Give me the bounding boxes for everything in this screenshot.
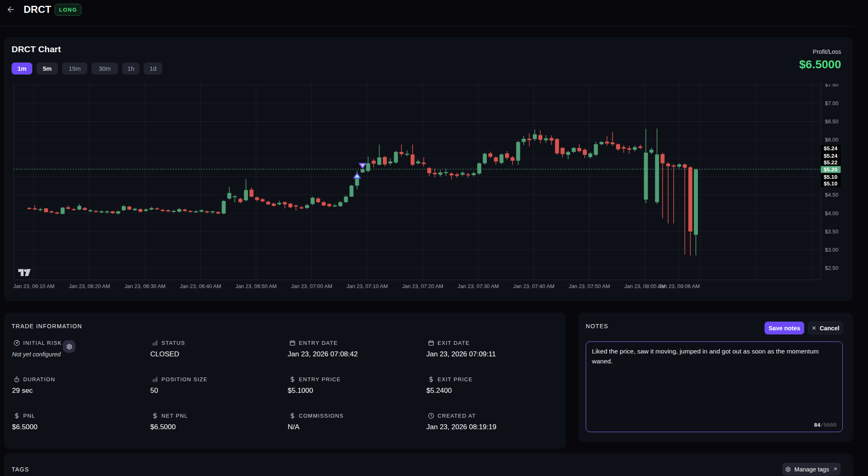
svg-text:Jan 23, 06:10 AM: Jan 23, 06:10 AM [13,283,55,289]
svg-text:$6.50: $6.50 [825,118,839,125]
svg-text:Jan 23, 07:10 AM: Jan 23, 07:10 AM [346,283,388,289]
svg-text:$3.00: $3.00 [825,247,839,253]
svg-text:Jan 23, 07:50 AM: Jan 23, 07:50 AM [569,283,610,289]
svg-text:Jan 23, 06:20 AM: Jan 23, 06:20 AM [69,283,110,289]
svg-text:$5.24: $5.24 [824,153,838,159]
svg-text:$4.00: $4.00 [825,210,839,216]
svg-text:Jan 23, 08:06 AM: Jan 23, 08:06 AM [659,283,700,289]
svg-text:Jan 23, 06:30 AM: Jan 23, 06:30 AM [124,283,166,289]
svg-text:$2.50: $2.50 [825,265,839,271]
svg-text:$4.50: $4.50 [825,192,839,198]
svg-text:$6.00: $6.00 [825,137,839,143]
svg-text:$7.00: $7.00 [825,100,839,106]
svg-text:Jan 23, 06:50 AM: Jan 23, 06:50 AM [236,283,277,289]
svg-text:$5.22: $5.22 [824,159,837,166]
svg-text:$5.10: $5.10 [824,180,837,187]
svg-text:Jan 23, 07:20 AM: Jan 23, 07:20 AM [402,283,443,289]
svg-text:Jan 23, 07:30 AM: Jan 23, 07:30 AM [458,283,499,289]
svg-text:$5.20: $5.20 [824,166,837,173]
svg-text:$5.10: $5.10 [824,174,837,180]
svg-text:$5.24: $5.24 [824,145,838,151]
svg-text:$3.50: $3.50 [825,228,839,235]
svg-text:Jan 23, 06:40 AM: Jan 23, 06:40 AM [180,283,221,289]
svg-text:Jan 23, 07:40 AM: Jan 23, 07:40 AM [513,283,555,289]
svg-text:Jan 23, 07:00 AM: Jan 23, 07:00 AM [291,283,332,289]
